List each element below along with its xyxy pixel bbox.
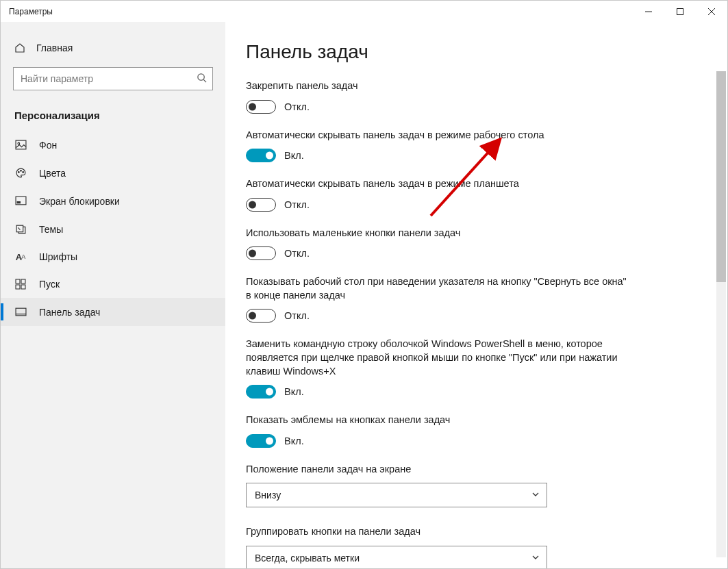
setting-badges: Показать эмблемы на кнопках панели задач… — [246, 414, 629, 448]
lockscreen-icon — [14, 195, 27, 207]
toggle-autohide-tablet[interactable] — [246, 198, 276, 212]
setting-combine: Группировать кнопки на панели задач Всег… — [246, 525, 629, 569]
sidebar-item-label: Панель задач — [39, 307, 100, 318]
svg-point-8 — [18, 172, 19, 173]
toggle-badges[interactable] — [246, 434, 276, 448]
home-label: Главная — [36, 42, 73, 53]
start-icon — [14, 279, 27, 290]
section-header: Персонализация — [1, 103, 225, 131]
sidebar: Главная Персонализация Фон Цвета — [1, 22, 225, 569]
setting-label: Показывать рабочий стол при наведении ук… — [246, 275, 629, 302]
setting-label: Положение панели задач на экране — [246, 463, 629, 477]
sidebar-item-label: Цвета — [39, 168, 66, 179]
minimize-button[interactable] — [633, 1, 664, 22]
toggle-lock-taskbar[interactable] — [246, 100, 276, 114]
titlebar: Параметры — [1, 1, 727, 22]
sidebar-item-background[interactable]: Фон — [1, 131, 225, 159]
setting-label: Заменить командную строку оболочкой Wind… — [246, 338, 629, 378]
svg-rect-13 — [16, 225, 23, 232]
taskbar-icon — [14, 306, 27, 318]
toggle-small-buttons[interactable] — [246, 246, 276, 260]
dropdown-value: Всегда, скрывать метки — [255, 553, 360, 564]
toggle-state: Откл. — [284, 199, 310, 210]
home-link[interactable]: Главная — [1, 36, 225, 60]
setting-autohide-tablet: Автоматически скрывать панель задач в ре… — [246, 177, 629, 212]
toggle-state: Откл. — [284, 310, 310, 321]
page-title: Панель задач — [246, 41, 700, 63]
toggle-peek-desktop[interactable] — [246, 309, 276, 323]
setting-label: Группировать кнопки на панели задач — [246, 525, 629, 539]
window-title: Параметры — [9, 7, 53, 16]
close-button[interactable] — [696, 1, 727, 22]
sidebar-item-taskbar[interactable]: Панель задач — [1, 298, 225, 326]
sidebar-item-themes[interactable]: Темы — [1, 215, 225, 243]
maximize-button[interactable] — [664, 1, 696, 22]
setting-label: Автоматически скрывать панель задач в ре… — [246, 129, 629, 142]
toggle-state: Вкл. — [284, 150, 304, 161]
setting-lock-taskbar: Закрепить панель задач Откл. — [246, 79, 629, 114]
picture-icon — [14, 139, 27, 151]
scrollbar-thumb[interactable] — [716, 71, 726, 282]
home-icon — [14, 42, 25, 53]
svg-rect-12 — [17, 202, 20, 203]
svg-rect-15 — [21, 279, 25, 283]
toggle-state: Вкл. — [284, 435, 304, 446]
search-icon — [197, 73, 207, 85]
svg-line-5 — [203, 79, 206, 82]
svg-point-10 — [22, 172, 23, 173]
search-input[interactable] — [21, 73, 197, 84]
svg-rect-17 — [21, 285, 25, 289]
sidebar-item-fonts[interactable]: AA Шрифты — [1, 243, 225, 270]
window-controls — [633, 1, 727, 22]
sidebar-item-label: Экран блокировки — [39, 196, 120, 207]
setting-label: Показать эмблемы на кнопках панели задач — [246, 414, 629, 427]
chevron-down-icon — [531, 490, 540, 500]
fonts-icon: AA — [14, 252, 27, 262]
svg-rect-6 — [16, 140, 26, 149]
toggle-state: Откл. — [284, 101, 310, 112]
sidebar-item-label: Пуск — [39, 279, 60, 290]
sidebar-item-start[interactable]: Пуск — [1, 270, 225, 298]
sidebar-item-label: Шрифты — [39, 251, 77, 262]
svg-rect-16 — [16, 285, 20, 289]
toggle-state: Вкл. — [284, 386, 304, 397]
toggle-autohide-desktop[interactable] — [246, 149, 276, 162]
content-area: Панель задач Закрепить панель задач Откл… — [225, 22, 727, 569]
svg-rect-14 — [16, 279, 20, 283]
sidebar-item-colors[interactable]: Цвета — [1, 159, 225, 187]
dropdown-combine[interactable]: Всегда, скрывать метки — [246, 546, 547, 569]
setting-label: Автоматически скрывать панель задач в ре… — [246, 177, 629, 191]
sidebar-item-label: Темы — [39, 224, 63, 235]
toggle-state: Откл. — [284, 248, 310, 259]
palette-icon — [14, 167, 27, 179]
setting-small-buttons: Использовать маленькие кнопки панели зад… — [246, 227, 629, 261]
svg-rect-1 — [677, 8, 683, 14]
dropdown-value: Внизу — [255, 490, 281, 501]
setting-label: Использовать маленькие кнопки панели зад… — [246, 227, 629, 240]
setting-position: Положение панели задач на экране Внизу — [246, 463, 629, 508]
svg-point-7 — [18, 142, 20, 144]
setting-label: Закрепить панель задач — [246, 79, 629, 93]
svg-point-4 — [198, 74, 204, 80]
setting-autohide-desktop: Автоматически скрывать панель задач в ре… — [246, 129, 629, 163]
svg-point-9 — [20, 170, 21, 171]
sidebar-item-lockscreen[interactable]: Экран блокировки — [1, 187, 225, 215]
search-box[interactable] — [13, 67, 213, 90]
themes-icon — [14, 223, 27, 235]
setting-peek-desktop: Показывать рабочий стол при наведении ук… — [246, 275, 629, 323]
chevron-down-icon — [531, 553, 540, 563]
dropdown-position[interactable]: Внизу — [246, 483, 547, 507]
toggle-powershell[interactable] — [246, 385, 276, 399]
sidebar-item-label: Фон — [39, 140, 57, 151]
setting-powershell: Заменить командную строку оболочкой Wind… — [246, 338, 629, 399]
